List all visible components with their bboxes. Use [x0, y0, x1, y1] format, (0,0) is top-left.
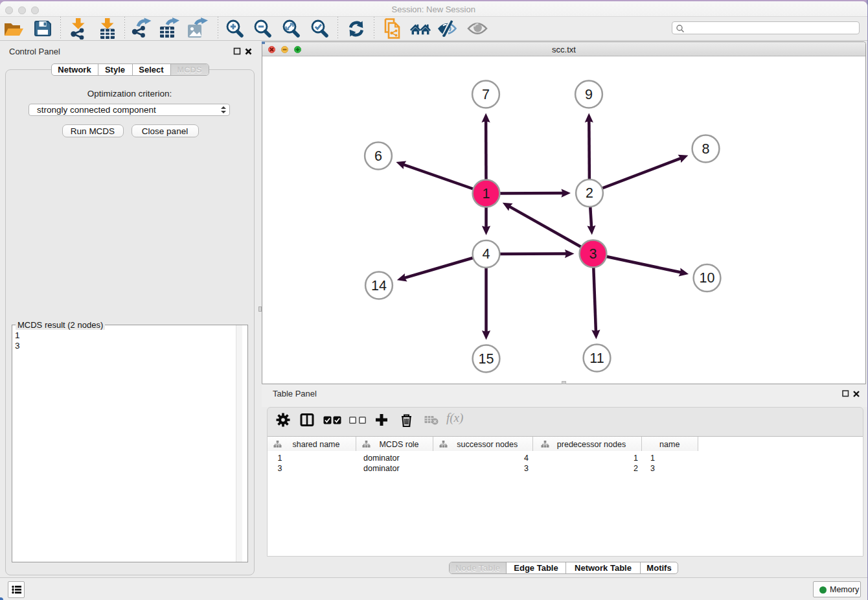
svg-text:8: 8	[702, 141, 710, 157]
svg-text:4: 4	[483, 246, 490, 262]
svg-text:6: 6	[374, 148, 382, 164]
svg-text:9: 9	[585, 87, 593, 102]
svg-text:11: 11	[589, 351, 604, 366]
svg-text:10: 10	[700, 270, 715, 286]
svg-text:15: 15	[479, 351, 494, 367]
svg-text:7: 7	[482, 87, 490, 102]
svg-text:14: 14	[371, 278, 387, 294]
svg-text:2: 2	[586, 185, 593, 201]
svg-text:1: 1	[483, 186, 490, 202]
svg-text:3: 3	[589, 246, 597, 262]
